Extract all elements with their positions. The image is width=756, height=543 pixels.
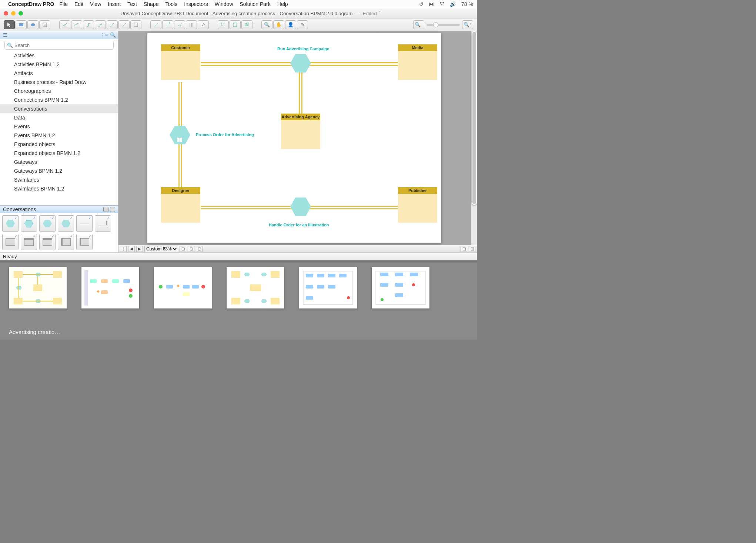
shelf-close-icon[interactable] — [110, 207, 115, 212]
connector-6[interactable] — [118, 20, 130, 29]
volume-icon[interactable]: 🔊 — [450, 1, 456, 7]
conversation-node-run[interactable] — [290, 54, 311, 72]
menu-tools[interactable]: Tools — [165, 1, 177, 7]
library-item[interactable]: Expanded objects BPMN 1.2 — [0, 149, 118, 158]
page-view-1[interactable]: ▢ — [180, 246, 186, 252]
canvas-area[interactable]: Customer Media Advertising Agency Design… — [118, 31, 477, 252]
page-view-3[interactable]: ▢ — [196, 246, 203, 252]
ellipse-tool[interactable] — [27, 20, 39, 29]
thumbnail-strip[interactable]: Advertising creatio… — [0, 260, 477, 340]
zoom-slider[interactable] — [426, 24, 460, 26]
pool-customer[interactable]: Customer — [161, 44, 200, 80]
shape-pool-5[interactable] — [76, 234, 93, 250]
search-input[interactable] — [14, 43, 111, 48]
library-item[interactable]: Events BPMN 1.2 — [0, 131, 118, 140]
pool-media[interactable]: Media — [398, 44, 437, 80]
menu-view[interactable]: View — [90, 1, 101, 7]
shape-link-2[interactable] — [95, 215, 111, 232]
menu-edit[interactable]: Edit — [74, 1, 83, 7]
line-tool-3[interactable] — [174, 20, 185, 29]
thumbnail-4[interactable] — [227, 267, 284, 308]
library-item[interactable]: Gateways — [0, 158, 118, 166]
thumbnail-1[interactable] — [9, 267, 67, 308]
library-item[interactable]: Expanded objects — [0, 140, 118, 149]
pool-publisher[interactable]: Publisher — [398, 187, 437, 223]
pool-designer[interactable]: Designer — [161, 187, 200, 223]
user-tool[interactable]: 👤 — [285, 20, 296, 29]
conversation-node-handle[interactable] — [290, 198, 311, 216]
thumbnail-5[interactable] — [299, 267, 357, 308]
page-view-2[interactable]: ▢ — [188, 246, 194, 252]
menu-text[interactable]: Text — [127, 1, 137, 7]
library-item[interactable]: Artifacts — [0, 69, 118, 78]
shape-pool-2[interactable] — [21, 234, 37, 250]
shape-pool-1[interactable] — [2, 234, 19, 250]
close-button[interactable] — [4, 11, 8, 16]
shape-conversation-2[interactable] — [21, 215, 37, 232]
group-tool-1[interactable] — [218, 20, 229, 29]
diagram-page[interactable]: Customer Media Advertising Agency Design… — [147, 33, 441, 243]
align-tool-1[interactable] — [186, 20, 197, 29]
pool-agency[interactable]: Advertising Agency — [281, 114, 320, 149]
wifi-icon[interactable] — [439, 1, 445, 7]
group-tool-2[interactable] — [230, 20, 241, 29]
eyedropper-tool[interactable]: ✎ — [297, 20, 308, 29]
text-tool[interactable] — [39, 20, 50, 29]
rect-tool[interactable] — [16, 20, 27, 29]
library-item[interactable]: Data — [0, 113, 118, 122]
shape-conversation-4[interactable] — [58, 215, 74, 232]
menu-inspectors[interactable]: Inspectors — [184, 1, 208, 7]
menu-help[interactable]: Help — [277, 1, 288, 7]
thumbnail-2[interactable] — [81, 267, 139, 308]
library-item[interactable]: Business process - Rapid Draw — [0, 78, 118, 87]
tree-tab-icon[interactable]: ☰ — [1, 32, 9, 38]
pause-icon[interactable]: ‖ — [120, 246, 127, 252]
conversation-link[interactable] — [299, 70, 302, 115]
library-item[interactable]: Conversations — [0, 104, 118, 113]
align-tool-2[interactable] — [198, 20, 209, 29]
next-page-button[interactable]: ▶ — [136, 246, 143, 252]
shape-pool-4[interactable] — [58, 234, 74, 250]
prev-page-button[interactable]: ◀ — [128, 246, 135, 252]
menu-file[interactable]: File — [59, 1, 68, 7]
connector-2[interactable] — [71, 20, 82, 29]
app-name[interactable]: ConceptDraw PRO — [8, 1, 54, 7]
shape-conversation-3[interactable] — [39, 215, 56, 232]
search-tab-icon[interactable]: 🔍 — [109, 32, 117, 38]
vertical-scrollbar[interactable] — [471, 31, 477, 252]
menu-solution-park[interactable]: Solution Park — [240, 1, 271, 7]
library-search[interactable]: 🔍 — [4, 41, 114, 50]
zoom-out-button[interactable]: 🔍⁻ — [413, 20, 424, 29]
line-tool-2[interactable] — [162, 20, 173, 29]
menu-insert[interactable]: Insert — [108, 1, 121, 7]
connector-7[interactable] — [130, 20, 141, 29]
thumbnail-3[interactable] — [154, 267, 212, 308]
zoom-tool[interactable]: 🔍 — [261, 20, 272, 29]
bluetooth-icon[interactable]: ⧓ — [429, 1, 434, 7]
shelf-save-icon[interactable] — [103, 207, 108, 212]
connector-4[interactable] — [95, 20, 106, 29]
pointer-tool[interactable] — [4, 20, 15, 29]
menu-shape[interactable]: Shape — [144, 1, 158, 7]
shape-pool-3[interactable] — [39, 234, 56, 250]
connector-1[interactable] — [59, 20, 70, 29]
layout-toggle-2[interactable]: ◫ — [469, 246, 475, 252]
library-item[interactable]: Activities BPMN 1.2 — [0, 60, 118, 69]
shape-link-1[interactable] — [76, 215, 93, 232]
history-icon[interactable]: ↺ — [419, 1, 424, 7]
minimize-button[interactable] — [11, 11, 16, 16]
library-item[interactable]: Events — [0, 122, 118, 131]
connector-5[interactable] — [107, 20, 118, 29]
zoom-select[interactable]: Custom 63% — [144, 246, 178, 252]
edited-indicator[interactable]: Edited ˅ — [363, 11, 381, 16]
library-item[interactable]: Swimlanes BPMN 1.2 — [0, 184, 118, 193]
hand-tool[interactable]: ✋ — [273, 20, 284, 29]
shape-conversation-1[interactable] — [2, 215, 19, 232]
group-tool-3[interactable] — [241, 20, 252, 29]
menu-window[interactable]: Window — [215, 1, 233, 7]
zoom-in-button[interactable]: 🔍⁺ — [462, 20, 473, 29]
library-list[interactable]: ActivitiesActivities BPMN 1.2ArtifactsBu… — [0, 51, 118, 205]
maximize-button[interactable] — [19, 11, 23, 16]
library-item[interactable]: Choreographies — [0, 87, 118, 95]
line-tool-1[interactable] — [150, 20, 161, 29]
